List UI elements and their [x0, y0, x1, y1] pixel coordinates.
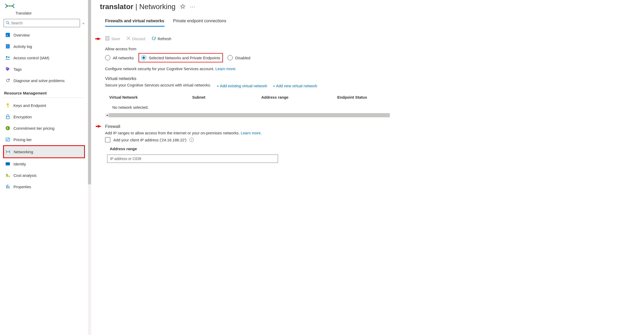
radio-label: All networks — [113, 56, 134, 60]
sidebar-item-label: Diagnose and solve problems — [13, 78, 65, 83]
search-input[interactable] — [11, 21, 78, 25]
svg-text:$: $ — [6, 173, 8, 177]
diagnose-icon — [5, 78, 10, 83]
learn-more-link[interactable]: Learn more. — [241, 131, 262, 135]
search-icon — [6, 21, 10, 25]
more-icon[interactable]: ··· — [190, 4, 195, 10]
sidebar-item-diagnose[interactable]: Diagnose and solve problems — [4, 75, 84, 86]
sidebar-item-encryption[interactable]: Encryption — [4, 111, 84, 122]
radio-icon — [105, 55, 110, 60]
sidebar-section-title: Resource Management — [4, 86, 84, 98]
svg-rect-32 — [9, 186, 9, 188]
table-empty-row: No network selected. — [105, 102, 390, 113]
key-icon — [5, 103, 10, 108]
collapse-sidebar-icon[interactable]: « — [83, 21, 84, 25]
highlight-selected-networks: Selected Networks and Private Endpoints — [138, 53, 223, 62]
address-range-label: Address range — [110, 147, 390, 151]
save-label: Save — [111, 37, 120, 41]
refresh-button[interactable]: Refresh — [151, 36, 171, 41]
discard-button[interactable]: Discard — [126, 36, 145, 41]
sidebar-item-label: Identity — [13, 162, 26, 166]
svg-rect-33 — [106, 37, 109, 40]
scroll-left-icon[interactable]: ◀ — [105, 113, 109, 117]
svg-point-16 — [7, 103, 9, 105]
refresh-icon — [151, 36, 156, 41]
radio-selected-networks[interactable]: Selected Networks and Private Endpoints — [141, 55, 220, 60]
sidebar-item-properties[interactable]: Properties — [4, 181, 84, 192]
access-desc-text: Configure network security for your Cogn… — [105, 67, 215, 71]
add-existing-vnet-link[interactable]: + Add existing virtual network — [217, 84, 267, 88]
sidebar-item-label: Pricing tier — [13, 137, 32, 142]
favorite-star-icon[interactable] — [180, 4, 185, 10]
sidebar-item-networking[interactable]: Networking — [4, 146, 84, 157]
svg-rect-31 — [8, 185, 8, 188]
nav-resource-management: Keys and Endpoint Encryption $ Commitmen… — [4, 100, 84, 192]
add-new-vnet-link[interactable]: + Add new virtual network — [273, 84, 317, 88]
svg-rect-34 — [106, 37, 108, 38]
commitment-icon: $ — [5, 126, 10, 130]
save-button[interactable]: Save — [105, 36, 120, 41]
annotation-arrow-icon — [97, 38, 101, 40]
radio-disabled[interactable]: Disabled — [228, 55, 250, 60]
svg-point-29 — [8, 176, 10, 177]
svg-point-13 — [7, 68, 8, 69]
scrollbar-thumb[interactable] — [109, 113, 390, 117]
svg-rect-27 — [6, 163, 10, 164]
client-ip-checkbox[interactable] — [105, 137, 110, 142]
page-title: translator | Networking — [100, 3, 175, 11]
sidebar-item-cost[interactable]: $ Cost analysis — [4, 170, 84, 181]
vnet-desc: Secure your Cognitive Services account w… — [105, 83, 211, 87]
tags-icon — [5, 67, 10, 71]
identity-icon — [5, 162, 10, 166]
save-icon — [105, 36, 110, 41]
info-icon[interactable]: i — [189, 138, 194, 142]
vnet-table: Virtual Network Subnet Address range End… — [105, 92, 390, 117]
activity-log-icon — [5, 44, 10, 49]
learn-more-link[interactable]: Learn more. — [215, 67, 236, 71]
svg-point-14 — [6, 79, 9, 82]
sidebar-item-access-control[interactable]: Access control (IAM) — [4, 52, 84, 63]
vnet-title: Virtual networks — [105, 76, 390, 81]
sidebar-scrollbar[interactable] — [88, 0, 91, 335]
svg-rect-19 — [6, 116, 9, 119]
sidebar-item-commitment[interactable]: $ Commitment tier pricing — [4, 122, 84, 134]
properties-icon — [5, 184, 10, 189]
radio-all-networks[interactable]: All networks — [105, 55, 134, 60]
app-root: Translator « あ Overview Activity log Acc… — [0, 0, 644, 335]
tab-firewalls[interactable]: Firewalls and virtual networks — [105, 17, 164, 27]
sidebar-item-activity-log[interactable]: Activity log — [4, 41, 84, 52]
firewall-desc: Add IP ranges to allow access from the i… — [105, 131, 390, 135]
sidebar-item-overview[interactable]: あ Overview — [4, 29, 84, 41]
scrollbar-thumb[interactable] — [88, 0, 91, 184]
sidebar-item-pricing[interactable]: Pricing tier — [4, 134, 84, 145]
table-header: Virtual Network Subnet Address range End… — [105, 92, 390, 102]
highlight-networking: Networking — [3, 145, 85, 158]
vnet-row: Secure your Cognitive Services account w… — [105, 83, 390, 89]
svg-point-12 — [8, 57, 10, 58]
sidebar: Translator « あ Overview Activity log Acc… — [0, 0, 88, 335]
tabs: Firewalls and virtual networks Private e… — [105, 17, 636, 27]
sidebar-item-label: Keys and Endpoint — [13, 103, 46, 108]
search-row: « — [4, 19, 84, 27]
search-box[interactable] — [4, 19, 80, 27]
sidebar-item-tags[interactable]: Tags — [4, 63, 84, 75]
lock-icon — [5, 114, 10, 119]
svg-point-1 — [9, 5, 11, 7]
networking-icon — [5, 150, 11, 154]
tab-private-endpoint[interactable]: Private endpoint connections — [173, 17, 226, 27]
service-name: Translator — [5, 11, 32, 15]
sidebar-item-identity[interactable]: Identity — [4, 158, 84, 170]
address-range-input[interactable] — [107, 155, 278, 163]
col-subnet: Subnet — [192, 95, 261, 99]
svg-line-4 — [8, 23, 9, 24]
svg-text:$: $ — [7, 127, 8, 130]
firewall-title: Firewall — [105, 124, 390, 129]
iam-icon — [5, 56, 10, 60]
svg-point-11 — [6, 56, 8, 58]
horizontal-scrollbar[interactable]: ◀ — [105, 113, 390, 117]
sidebar-item-keys[interactable]: Keys and Endpoint — [4, 100, 84, 111]
firewall-desc-text: Add IP ranges to allow access from the i… — [105, 131, 241, 135]
cost-icon: $ — [5, 173, 10, 178]
discard-icon — [126, 36, 130, 41]
radio-label: Disabled — [235, 56, 250, 60]
